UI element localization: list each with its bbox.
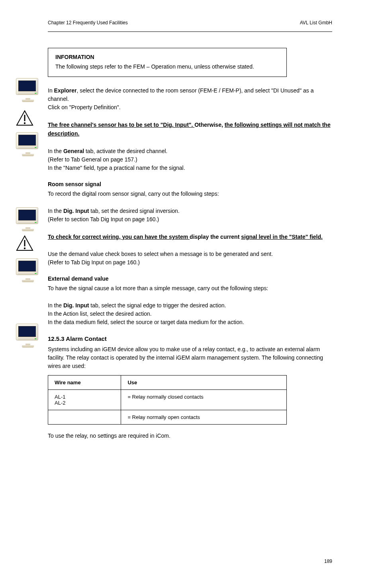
text-bold: Dig. Input — [63, 208, 89, 214]
monitor-icon — [16, 132, 40, 153]
table-header: Wire name — [48, 376, 121, 390]
section-alarm-contact: 12.5.3 Alarm Contact — [48, 335, 332, 342]
subsection-room-sensor: Room sensor signal — [48, 181, 332, 187]
text: tab, set the desired signal inversion. — [89, 208, 179, 214]
table-row: = Relay normally open contacts — [48, 410, 287, 425]
svg-point-5 — [24, 248, 25, 249]
step-explorer: In Explorer, select the device connected… — [48, 87, 332, 112]
monitor-icon — [16, 207, 40, 228]
text: To record the digital room sensor signal… — [48, 190, 332, 198]
monitor-icon — [16, 324, 40, 344]
text-bold: Explorer — [54, 87, 77, 94]
text: Otherwise, — [194, 122, 224, 128]
subsection-ext-demand: External demand value — [48, 275, 332, 282]
info-banner-body: The following steps refer to the FEM – O… — [55, 63, 279, 71]
text: , select the device connected to the roo… — [48, 87, 313, 102]
step-dig-input-1: In the Dig. Input tab, set the desired s… — [48, 207, 332, 224]
table-cell: AL-1 AL-2 — [48, 390, 121, 410]
text: tab, activate the desired channel. — [84, 148, 167, 154]
text: (Refer to Tab Dig Input on page 160.) — [48, 258, 332, 267]
text: In the "Name" field, type a practical na… — [48, 164, 332, 172]
text: In the — [48, 302, 63, 309]
text-bold: General — [63, 148, 84, 154]
text: display the current — [190, 234, 241, 240]
text: In the data medium field, select the sou… — [48, 318, 332, 326]
info-banner: INFORMATION The following steps refer to… — [48, 48, 287, 77]
monitor-icon — [16, 78, 40, 99]
header-chapter: Chapter 12 Frequently Used Facilities — [48, 20, 128, 26]
table-cell: = Relay normally open contacts — [121, 410, 286, 425]
table-row: Wire name Use — [48, 376, 287, 390]
warning-2: To check for correct wiring, you can hav… — [48, 232, 332, 241]
step-dig-input-2: In the Dig. Input tab, select the signal… — [48, 301, 332, 326]
text-bold: Dig. Input — [63, 302, 89, 309]
warning-icon — [16, 110, 40, 131]
text: In — [48, 87, 54, 94]
warning-1: The free channel's sensor has to be set … — [48, 120, 332, 138]
text: signal level in the "State" field. — [241, 234, 323, 240]
text: Use the demand value check boxes to sele… — [48, 250, 332, 258]
note-text: To use the relay, no settings are requir… — [48, 432, 332, 440]
info-banner-title: INFORMATION — [55, 54, 279, 60]
text: Click on "Property Definition". — [48, 103, 332, 112]
alarm-paragraph: Systems including an iGEM device allow y… — [48, 345, 332, 370]
step-demand-checkboxes: Use the demand value check boxes to sele… — [48, 250, 332, 267]
text: In the — [48, 148, 63, 154]
text: (Refer to Tab General on page 157.) — [48, 155, 332, 164]
warning-icon — [16, 235, 40, 256]
table-row: AL-1 AL-2 = Relay normally closed contac… — [48, 390, 287, 410]
monitor-icon — [16, 258, 40, 279]
header-company: AVL List GmbH — [300, 20, 332, 26]
page-header: Chapter 12 Frequently Used Facilities AV… — [48, 20, 332, 32]
table-cell — [48, 410, 121, 425]
text: In the — [48, 208, 63, 214]
svg-point-2 — [24, 122, 25, 124]
text: In the Action list, select the desired a… — [48, 310, 332, 318]
page-number: 189 — [324, 559, 332, 564]
text: (Refer to section Tab Dig Input on page … — [48, 215, 332, 224]
wire-table: Wire name Use AL-1 AL-2 = Relay normally… — [48, 375, 287, 425]
table-header: Use — [121, 376, 286, 390]
table-cell: = Relay normally closed contacts — [121, 390, 286, 410]
text: tab, select the signal edge to trigger t… — [89, 302, 226, 309]
text: To have the signal cause a lot more than… — [48, 284, 332, 293]
step-general-tab: In the General tab, activate the desired… — [48, 147, 332, 172]
